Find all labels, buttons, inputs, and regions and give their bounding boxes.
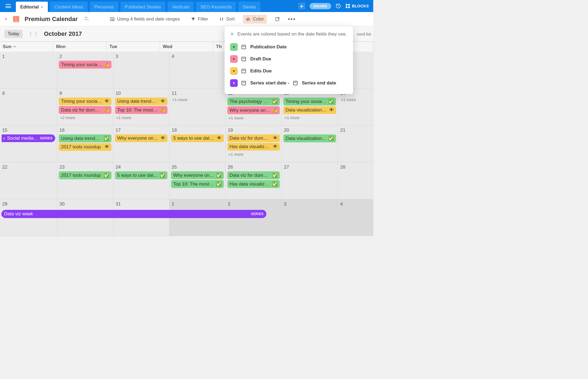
calendar-cell[interactable]: 26Data viz for dum…✅Has data visualiz…✅ — [226, 162, 282, 199]
calendar-cell[interactable]: 1 — [0, 52, 57, 89]
calendar-cell[interactable]: 245 ways to use dat…✅ — [113, 162, 169, 199]
more-events-link[interactable]: +1 more — [283, 115, 337, 121]
cell-date: 10 — [114, 90, 168, 97]
more-events-link[interactable]: +1 more — [227, 115, 280, 121]
calendar-event[interactable]: 5 ways to use dat…👁 — [171, 134, 224, 142]
calendar-event[interactable]: Data viz for dum…✅ — [227, 171, 280, 179]
view-title[interactable]: Premium Calendar — [25, 16, 78, 23]
calendar-event[interactable]: Data viz for dum…👁 — [227, 134, 280, 142]
calendar-cell[interactable]: 22 — [0, 162, 57, 199]
event-title: Timing your socia… — [61, 99, 102, 104]
calendar-cell[interactable]: 3 — [282, 199, 338, 236]
view-switcher-collapser[interactable]: ▼ — [4, 17, 8, 21]
expand-icon[interactable]: ⤢ — [12, 45, 17, 49]
calendar-event[interactable]: Why everyone on…✍️ — [227, 106, 280, 114]
calendar-event[interactable]: Using data trend…👁 — [115, 98, 167, 105]
tab-series[interactable]: Series — [238, 2, 260, 12]
svg-rect-3 — [348, 7, 350, 8]
calendar-event[interactable]: Data visualization…✅ — [283, 134, 336, 142]
more-options-button[interactable]: ••• — [288, 16, 296, 23]
calendar-event[interactable]: The psychology …✅ — [227, 98, 280, 105]
color-swatch[interactable]: ▾ — [230, 79, 238, 87]
today-button[interactable]: Today — [4, 30, 23, 38]
cell-date: 31 — [114, 201, 168, 207]
more-events-link[interactable]: +2 more — [58, 115, 112, 121]
calendar-event[interactable]: Timing your socia…✅ — [283, 98, 336, 105]
calendar-cell[interactable]: 16Using data trend…✅2017 tools roundup👁 — [57, 125, 113, 162]
calendar-event[interactable]: Has data visualiz…👁 — [227, 143, 280, 151]
next-month-button[interactable]: 〉 — [35, 31, 40, 37]
calendar-event[interactable]: Top 10: The most…✍️ — [115, 106, 167, 114]
menu-button[interactable] — [3, 0, 14, 12]
calendar-cell[interactable]: 21 — [338, 125, 373, 162]
calendar-cell[interactable]: 8 — [0, 89, 57, 125]
calendar-cell[interactable]: 25Why everyone on…✅Top 10: The most…✅ — [169, 162, 225, 199]
sort-button[interactable]: Sort — [216, 15, 237, 23]
cell-date: 23 — [58, 164, 112, 171]
calendar-cell[interactable]: 17Why everyone on…👁 — [113, 125, 169, 162]
calendar-cell[interactable]: 2Timing your socia…✍️ — [57, 52, 113, 89]
tab-published-stories[interactable]: Published Stories — [120, 2, 165, 12]
calendar-event[interactable]: Why everyone on…👁 — [115, 134, 167, 142]
tab-content-ideas[interactable]: Content Ideas — [50, 2, 88, 12]
calendar-event[interactable]: 2017 tools roundup👁 — [59, 143, 111, 151]
calendar-cell[interactable]: 27 — [282, 162, 338, 199]
event-status-icon: 👁 — [105, 144, 109, 150]
prev-month-button[interactable]: 〈 — [27, 31, 32, 37]
calendar-event[interactable]: ‹Social media…SERIES — [2, 134, 55, 142]
calendar-cell[interactable]: 3 — [113, 52, 169, 89]
export-button[interactable] — [272, 15, 283, 23]
calendar-event[interactable]: Timing your socia…✍️ — [59, 61, 111, 69]
calendar-cell[interactable]: 14+1 more — [338, 89, 373, 125]
calendar-cell[interactable]: 4 — [338, 199, 373, 236]
share-button[interactable]: SHARE — [310, 3, 331, 9]
color-swatch[interactable]: ▾ — [230, 67, 238, 75]
calendar-cell[interactable]: 13Timing your socia…✅Data visualization…… — [282, 89, 338, 125]
calendar-cell[interactable]: 29Data viz weekSERIES — [0, 199, 57, 236]
record-list-toggle[interactable]: cord list — [357, 31, 371, 36]
calendar-event[interactable]: Timing your socia…👁 — [59, 98, 111, 105]
color-button[interactable]: Color — [243, 15, 267, 23]
more-events-link[interactable]: +1 more — [114, 115, 168, 121]
calendar-event[interactable]: Data viz for dum…✍️ — [59, 106, 111, 114]
close-icon[interactable]: ✕ — [230, 31, 234, 37]
calendar-cell[interactable]: 20Data visualization…✅ — [282, 125, 338, 162]
color-swatch[interactable]: ▾ — [230, 55, 238, 63]
color-swatch[interactable]: ▾ — [230, 43, 238, 51]
calendar-cell[interactable]: 11+1 more — [169, 89, 225, 125]
tab-verticals[interactable]: Verticals — [167, 2, 194, 12]
more-events-link[interactable]: +1 more — [339, 97, 372, 102]
calendar-cell[interactable]: 15‹Social media…SERIES — [0, 125, 57, 162]
tab-personas[interactable]: Personas — [90, 2, 118, 12]
calendar-cell[interactable]: 9Timing your socia…👁Data viz for dum…✍️+… — [57, 89, 113, 125]
calendar-cell[interactable]: 232017 tools roundup✅ — [57, 162, 113, 199]
collaborators-icon[interactable] — [83, 16, 90, 22]
tab-editorial[interactable]: Editorial▼ — [16, 2, 48, 12]
fields-config[interactable]: 31 Using 4 fields and date ranges — [107, 15, 183, 23]
filter-button[interactable]: Filter — [188, 15, 211, 23]
calendar-event[interactable]: Data visualization…👁 — [283, 106, 336, 114]
calendar-cell[interactable]: 19Data viz for dum…👁Has data visualiz…👁+… — [226, 125, 282, 162]
calendar-event[interactable]: Has data visualiz…✅ — [227, 180, 280, 188]
calendar-cell[interactable]: 185 ways to use dat…👁 — [169, 125, 225, 162]
calendar-event[interactable]: 2017 tools roundup✅ — [59, 171, 111, 179]
calendar-cell[interactable]: 10Using data trend…👁Top 10: The most…✍️+… — [113, 89, 169, 125]
blocks-button[interactable]: BLOCKS — [345, 4, 369, 8]
history-button[interactable] — [336, 3, 341, 9]
tab-dropdown-caret[interactable]: ▼ — [40, 5, 43, 9]
add-table-button[interactable]: ＋ — [298, 2, 305, 10]
event-status-icon: ✅ — [104, 136, 109, 141]
calendar-series-span[interactable]: Data viz weekSERIES — [1, 210, 266, 218]
calendar-event[interactable]: Top 10: The most…✅ — [171, 180, 224, 188]
calendar-event[interactable]: Using data trend…✅ — [59, 134, 111, 142]
calendar-cell[interactable]: 12The psychology …✅Why everyone on…✍️+1 … — [226, 89, 282, 125]
calendar-cell[interactable]: 28 — [338, 162, 373, 199]
calendar-event[interactable]: 5 ways to use dat…✅ — [115, 171, 167, 179]
more-events-link[interactable]: +1 more — [170, 97, 224, 102]
more-events-link[interactable]: +1 more — [227, 151, 280, 157]
calendar-event[interactable]: Why everyone on…✅ — [171, 171, 224, 179]
calendar-cell[interactable]: 4 — [169, 52, 225, 89]
svg-text:31: 31 — [111, 18, 114, 20]
event-title: Why everyone on… — [230, 108, 270, 113]
tab-seo-keywords[interactable]: SEO Keywords — [196, 2, 236, 12]
